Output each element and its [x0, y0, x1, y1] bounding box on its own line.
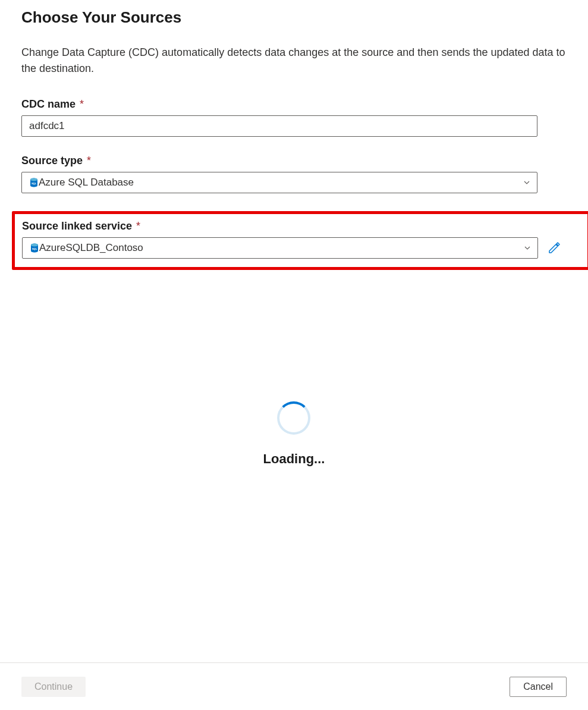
source-type-field-group: Source type * SQL Azure SQL Database [21, 155, 567, 193]
required-indicator: * [84, 155, 91, 166]
pencil-icon [548, 241, 561, 255]
loading-text: Loading... [263, 451, 325, 467]
cdc-name-input[interactable] [21, 115, 537, 137]
cdc-name-field-group: CDC name * [21, 98, 567, 137]
source-type-value: Azure SQL Database [39, 177, 134, 189]
svg-text:SQL: SQL [32, 247, 37, 250]
source-linked-service-label: Source linked service * [22, 220, 578, 233]
sql-database-icon: SQL [29, 178, 39, 187]
cancel-button[interactable]: Cancel [510, 677, 567, 697]
cdc-name-label: CDC name * [21, 98, 567, 111]
loading-section: Loading... [263, 401, 325, 467]
sql-database-icon: SQL [30, 243, 39, 253]
svg-point-4 [31, 244, 38, 247]
svg-point-1 [30, 178, 37, 181]
source-linked-service-value: AzureSQLDB_Contoso [39, 242, 143, 254]
source-linked-service-select[interactable]: SQL AzureSQLDB_Contoso [22, 237, 538, 259]
page-title: Choose Your Sources [21, 8, 567, 27]
source-type-label: Source type * [21, 155, 567, 167]
continue-button[interactable]: Continue [21, 677, 86, 697]
source-linked-service-field-group: Source linked service * SQL AzureSQLDB_C… [22, 220, 578, 259]
required-indicator: * [77, 98, 84, 110]
page-description: Change Data Capture (CDC) automatically … [21, 45, 567, 77]
edit-linked-service-button[interactable] [545, 239, 563, 257]
svg-text:SQL: SQL [32, 182, 37, 185]
footer: Continue Cancel [0, 662, 588, 710]
source-type-select[interactable]: SQL Azure SQL Database [21, 172, 537, 193]
spinner-icon [277, 401, 310, 435]
source-linked-service-highlight: Source linked service * SQL AzureSQLDB_C… [12, 211, 588, 270]
required-indicator: * [133, 220, 140, 232]
